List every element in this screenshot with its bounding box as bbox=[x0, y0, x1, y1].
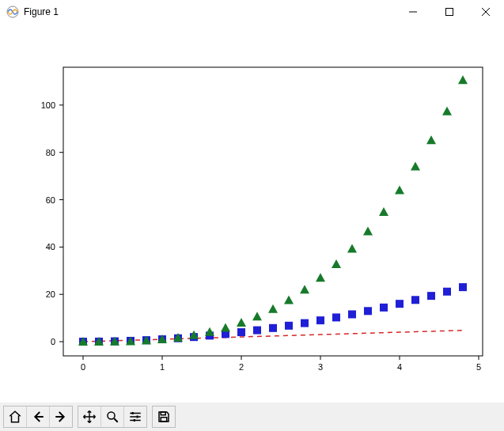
svg-line-6 bbox=[114, 418, 118, 422]
series-cubic-marker bbox=[252, 312, 262, 320]
series-cubic-marker bbox=[268, 304, 278, 313]
series-cubic-marker bbox=[347, 244, 357, 252]
series-cubic-marker bbox=[332, 259, 341, 268]
x-tick-label: 2 bbox=[239, 362, 244, 372]
y-tick-label: 40 bbox=[46, 242, 55, 251]
x-tick-label: 1 bbox=[160, 362, 165, 372]
window-controls bbox=[395, 0, 504, 24]
svg-rect-10 bbox=[132, 412, 134, 414]
x-tick-label: 3 bbox=[318, 362, 323, 372]
series-cubic-marker bbox=[205, 327, 214, 336]
series-quadratic-marker bbox=[316, 316, 324, 324]
navigation-toolbar bbox=[0, 403, 504, 431]
series-quadratic-marker bbox=[380, 304, 388, 312]
plot-area: 012345020406080100 bbox=[0, 24, 504, 395]
maximize-button[interactable] bbox=[431, 0, 468, 24]
close-button[interactable] bbox=[468, 0, 504, 24]
series-quadratic-marker bbox=[237, 328, 245, 336]
series-cubic-marker bbox=[316, 273, 325, 282]
svg-rect-12 bbox=[134, 419, 135, 422]
series-quadratic-marker bbox=[427, 292, 435, 300]
series-cubic-marker bbox=[395, 186, 404, 195]
series-quadratic-marker bbox=[459, 283, 467, 291]
minimize-button[interactable] bbox=[395, 0, 431, 24]
series-quadratic-marker bbox=[285, 322, 293, 330]
app-icon bbox=[6, 6, 19, 18]
series-cubic-marker bbox=[237, 318, 246, 327]
series-quadratic-marker bbox=[253, 327, 261, 335]
minimize-icon bbox=[409, 8, 417, 16]
sliders-icon bbox=[128, 410, 142, 424]
series-quadratic-marker bbox=[443, 288, 451, 296]
y-tick-label: 20 bbox=[46, 289, 55, 299]
series-quadratic-marker bbox=[301, 319, 309, 327]
series-quadratic-marker bbox=[269, 324, 277, 332]
forward-button[interactable] bbox=[49, 406, 72, 427]
series-cubic-marker bbox=[411, 161, 420, 170]
y-tick-label: 0 bbox=[51, 337, 55, 346]
series-quadratic-marker bbox=[396, 300, 404, 308]
series-cubic-marker bbox=[300, 285, 309, 293]
save-icon bbox=[157, 410, 171, 424]
series-cubic-marker bbox=[284, 295, 294, 304]
pan-button[interactable] bbox=[78, 406, 100, 427]
home-icon bbox=[8, 410, 22, 424]
move-icon bbox=[82, 410, 97, 424]
arrow-right-icon bbox=[54, 410, 68, 424]
svg-rect-13 bbox=[161, 412, 165, 415]
svg-rect-11 bbox=[137, 416, 138, 418]
save-button[interactable] bbox=[153, 406, 175, 427]
series-cubic-marker bbox=[442, 107, 452, 115]
arrow-left-icon bbox=[31, 410, 45, 424]
home-button[interactable] bbox=[4, 406, 26, 427]
maximize-icon bbox=[445, 8, 453, 16]
x-tick-label: 0 bbox=[81, 362, 85, 372]
series-cubic-marker bbox=[379, 207, 388, 216]
svg-rect-2 bbox=[446, 9, 453, 16]
series-cubic-marker bbox=[221, 323, 230, 332]
series-cubic-marker bbox=[426, 135, 436, 144]
series-quadratic-marker bbox=[332, 313, 340, 321]
series-quadratic-marker bbox=[411, 296, 419, 304]
figure-window: Figure 1 012345020406080100 bbox=[0, 0, 504, 431]
series-linear bbox=[83, 331, 463, 342]
series-quadratic-marker bbox=[348, 310, 356, 318]
y-tick-label: 60 bbox=[46, 195, 55, 205]
x-tick-label: 4 bbox=[397, 362, 402, 372]
back-button[interactable] bbox=[26, 406, 49, 427]
series-cubic-marker bbox=[363, 226, 373, 235]
x-tick-label: 5 bbox=[476, 362, 481, 372]
y-tick-label: 80 bbox=[46, 148, 55, 157]
titlebar: Figure 1 bbox=[0, 0, 504, 24]
svg-rect-14 bbox=[161, 418, 167, 422]
window-title: Figure 1 bbox=[24, 6, 395, 17]
close-icon bbox=[482, 8, 490, 16]
zoom-button[interactable] bbox=[100, 406, 123, 427]
series-quadratic-marker bbox=[364, 307, 372, 315]
subplots-button[interactable] bbox=[123, 406, 146, 427]
zoom-icon bbox=[105, 410, 119, 424]
y-tick-label: 100 bbox=[41, 100, 55, 110]
series-cubic-marker bbox=[458, 75, 468, 84]
svg-point-5 bbox=[108, 412, 115, 419]
chart-canvas[interactable]: 012345020406080100 bbox=[0, 24, 504, 395]
